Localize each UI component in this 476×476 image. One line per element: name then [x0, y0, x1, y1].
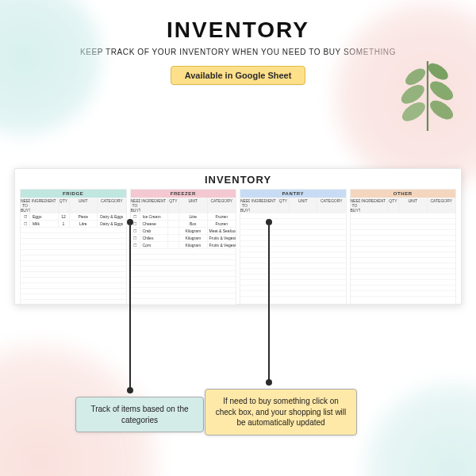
need-to-buy-checkbox[interactable]: ☐ — [21, 221, 30, 228]
column-header: NEED TO BUY? — [21, 198, 30, 213]
empty-rows — [131, 249, 236, 305]
ingredient-cell: Corn — [140, 242, 169, 249]
table-row: ☐Milk1LitreDairy & Eggs — [21, 221, 126, 228]
column-headers: NEED TO BUY?INGREDIENTQTYUNITCATEGORY — [240, 198, 346, 213]
empty-rows — [21, 228, 126, 300]
qty-cell: 12 — [59, 213, 70, 221]
column-header: CATEGORY — [98, 198, 126, 213]
column-header: NEED TO BUY? — [240, 198, 250, 213]
callout-dot — [127, 387, 133, 393]
callout-line — [129, 225, 131, 389]
section-fridge: FRIDGENEED TO BUY?INGREDIENTQTYUNITCATEG… — [20, 189, 127, 305]
category-cell: Dairy & Eggs — [98, 213, 126, 221]
section-header: PANTRY — [240, 190, 346, 198]
section-pantry: PANTRYNEED TO BUY?INGREDIENTQTYUNITCATEG… — [240, 189, 347, 305]
qty-cell — [168, 213, 179, 221]
qty-cell — [168, 228, 179, 235]
column-headers: NEED TO BUY?INGREDIENTQTYUNITCATEGORY — [351, 198, 456, 213]
column-headers: NEED TO BUY?INGREDIENTQTYUNITCATEGORY — [21, 198, 126, 213]
unit-cell: Kilogram — [179, 228, 208, 235]
column-header: INGREDIENT — [30, 198, 59, 213]
table-row: ☐CheeseBoxFrozen — [131, 221, 236, 228]
ingredient-cell: Ice Cream — [140, 213, 169, 221]
column-header: INGREDIENT — [140, 198, 169, 213]
leaf-icon — [384, 52, 471, 140]
empty-rows — [240, 213, 346, 297]
unit-cell: Litre — [70, 221, 98, 228]
column-header: UNIT — [179, 198, 208, 213]
table-row: ☐ChilesKilogramFruits & Vegetables — [131, 235, 236, 242]
watercolor-blob — [0, 0, 111, 144]
column-header: NEED TO BUY? — [351, 198, 360, 213]
category-cell: Fruits & Vegetables — [208, 242, 236, 249]
section-header: FRIDGE — [21, 190, 126, 198]
column-header: QTY — [278, 198, 290, 213]
column-header: NEED TO BUY? — [131, 198, 140, 213]
callout-dot — [266, 219, 272, 225]
ingredient-cell: Eggs — [30, 213, 59, 221]
watercolor-blob — [357, 374, 476, 476]
empty-rows — [351, 213, 456, 297]
unit-cell: Box — [179, 221, 208, 228]
category-cell: Frozen — [208, 221, 236, 228]
column-header: QTY — [59, 198, 70, 213]
panel-title: INVENTORY — [15, 174, 461, 186]
unit-cell: Kilogram — [179, 235, 208, 242]
table-row: ☐Ice CreamLitreFrozen — [131, 213, 236, 221]
category-cell: Meat & Seafood — [208, 228, 236, 235]
column-header: INGREDIENT — [250, 198, 278, 213]
category-cell: Dairy & Eggs — [98, 221, 126, 228]
column-header: CATEGORY — [428, 198, 456, 213]
column-header: UNIT — [290, 198, 318, 213]
svg-point-5 — [427, 97, 456, 123]
table-row: ☑Eggs12PieceDairy & Eggs — [21, 213, 126, 221]
need-to-buy-checkbox[interactable]: ☐ — [131, 242, 140, 249]
section-header: OTHER — [351, 190, 456, 198]
ingredient-cell: Chiles — [140, 235, 169, 242]
unit-cell: Litre — [179, 213, 208, 221]
ingredient-cell: Crab — [140, 228, 169, 235]
column-header: UNIT — [399, 198, 428, 213]
section-header: FREEZER — [131, 190, 236, 198]
column-header: CATEGORY — [208, 198, 236, 213]
column-header: CATEGORY — [317, 198, 346, 213]
column-header: UNIT — [70, 198, 98, 213]
unit-cell: Kilogram — [179, 242, 208, 249]
section-other: OTHERNEED TO BUY?INGREDIENTQTYUNITCATEGO… — [350, 189, 457, 305]
column-header: INGREDIENT — [360, 198, 389, 213]
callout-categories: Track of items based on the categories — [75, 397, 204, 432]
ingredient-cell: Milk — [30, 221, 59, 228]
ingredient-cell: Cheese — [140, 221, 169, 228]
inventory-panel: INVENTORY FRIDGENEED TO BUY?INGREDIENTQT… — [14, 168, 462, 305]
qty-cell: 1 — [59, 221, 70, 228]
section-freezer: FREEZERNEED TO BUY?INGREDIENTQTYUNITCATE… — [130, 189, 237, 305]
need-to-buy-checkbox[interactable]: ☐ — [131, 228, 140, 235]
need-to-buy-checkbox[interactable]: ☐ — [131, 235, 140, 242]
qty-cell — [168, 235, 179, 242]
need-to-buy-checkbox[interactable]: ☑ — [21, 213, 30, 221]
svg-point-1 — [425, 60, 451, 83]
category-cell: Fruits & Vegetables — [208, 235, 236, 242]
column-headers: NEED TO BUY?INGREDIENTQTYUNITCATEGORY — [131, 198, 236, 213]
table-row: ☐CrabKilogramMeat & Seafood — [131, 228, 236, 235]
callout-dot — [127, 219, 133, 225]
qty-cell — [168, 221, 179, 228]
callout-line — [268, 225, 270, 381]
callout-checkbox: If need to buy something click on check … — [205, 389, 357, 436]
callout-dot — [266, 379, 272, 386]
unit-cell: Piece — [70, 213, 98, 221]
category-cell: Frozen — [208, 213, 236, 221]
qty-cell — [168, 242, 179, 249]
column-header: QTY — [388, 198, 399, 213]
table-row: ☐CornKilogramFruits & Vegetables — [131, 242, 236, 249]
column-header: QTY — [168, 198, 179, 213]
svg-point-0 — [402, 65, 428, 88]
svg-point-3 — [427, 78, 456, 104]
